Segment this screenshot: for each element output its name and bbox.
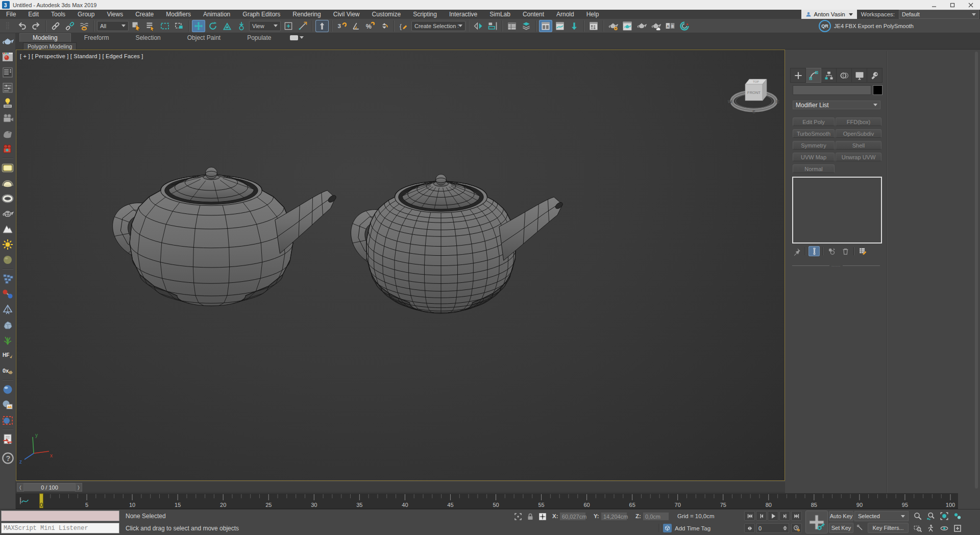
show-end-result-button[interactable]: [808, 246, 820, 256]
maximize-button[interactable]: [943, 0, 962, 10]
polygon-modeling-panel-button[interactable]: Polygon Modeling: [23, 42, 77, 50]
select-and-scale-button[interactable]: [220, 20, 234, 32]
maxscript-mini-listener-field[interactable]: MAXScript Mini Listener: [1, 523, 119, 533]
render-in-cloud-button[interactable]: [649, 20, 663, 32]
toggle-scene-explorer-button[interactable]: [520, 20, 533, 32]
modifier-button-unwrap-uvw[interactable]: Unwrap UVW: [836, 153, 881, 161]
ribbon-config-button[interactable]: [285, 33, 309, 42]
selection-set-keying-dropdown[interactable]: Selected: [854, 511, 909, 521]
unlink-selection-button[interactable]: [63, 20, 77, 32]
time-slider-display[interactable]: 0 / 100: [24, 483, 75, 492]
menu-edit[interactable]: Edit: [22, 10, 45, 19]
menu-create[interactable]: Create: [129, 10, 160, 19]
select-object-button[interactable]: [130, 20, 143, 32]
rectangular-selection-region-button[interactable]: [158, 20, 172, 32]
time-configuration-button[interactable]: [791, 523, 802, 533]
minimize-button[interactable]: [925, 0, 943, 10]
render-flyout-button[interactable]: [678, 20, 691, 32]
command-tab-modify[interactable]: [806, 68, 821, 83]
rendered-frame-window-button[interactable]: [621, 20, 634, 32]
command-tab-hierarchy[interactable]: [821, 68, 837, 83]
zoom-all-button[interactable]: [925, 510, 937, 522]
menu-views[interactable]: Views: [101, 10, 129, 19]
window-crossing-toggle[interactable]: [173, 20, 186, 32]
x-coordinate-field[interactable]: 60,027cm: [559, 512, 586, 521]
zoom-button[interactable]: [912, 510, 924, 522]
menu-tools[interactable]: Tools: [45, 10, 71, 19]
viewport-label[interactable]: [ + ] [ Perspective ] [ Standard ] [ Edg…: [20, 53, 143, 59]
menu-help[interactable]: Help: [580, 10, 605, 19]
previous-frame-button[interactable]: [756, 511, 767, 521]
named-selection-sets-dropdown[interactable]: Create Selection Se: [411, 21, 465, 31]
rollout-splitter[interactable]: ......: [792, 264, 880, 267]
modifier-button-edit-poly[interactable]: Edit Poly: [793, 117, 835, 126]
reference-coordinate-system-dropdown[interactable]: View: [249, 21, 281, 31]
menu-simlab[interactable]: SimLab: [483, 10, 517, 19]
command-tab-display[interactable]: [852, 68, 867, 83]
next-frame-button[interactable]: [779, 511, 790, 521]
default-in-out-tangents-button[interactable]: [854, 523, 866, 532]
modifier-list-dropdown[interactable]: Modifier List: [793, 101, 880, 109]
configure-modifier-sets-button[interactable]: [857, 246, 868, 256]
menu-content[interactable]: Content: [517, 10, 550, 19]
render-compare-button[interactable]: AB: [664, 20, 677, 32]
ribbon-tab-freeform[interactable]: Freeform: [71, 33, 122, 42]
selection-filter-dropdown[interactable]: All: [97, 21, 129, 31]
time-slider-handle[interactable]: 〈 0 / 100 〉: [17, 483, 82, 492]
current-frame-field[interactable]: 0: [756, 523, 789, 533]
qr-plugin-icon[interactable]: QR: [819, 20, 831, 32]
teapot-low-poly[interactable]: [113, 167, 337, 306]
undo-button[interactable]: [15, 20, 29, 32]
menu-arnold[interactable]: Arnold: [550, 10, 580, 19]
workspace-dropdown[interactable]: Default: [899, 10, 979, 19]
add-time-tag-label[interactable]: Add Time Tag: [675, 525, 710, 531]
pin-stack-button[interactable]: [791, 246, 802, 256]
material-editor-button[interactable]: [587, 20, 600, 32]
menu-modifiers[interactable]: Modifiers: [160, 10, 197, 19]
user-account-button[interactable]: Anton Vasin: [801, 10, 857, 19]
select-and-manipulate-button[interactable]: [296, 20, 309, 32]
object-color-swatch[interactable]: [873, 85, 883, 95]
teapot-render-button[interactable]: [1, 35, 15, 48]
redo-button[interactable]: [30, 20, 43, 32]
zoom-extents-all-button[interactable]: [951, 510, 964, 522]
orbit-button[interactable]: [938, 523, 950, 534]
key-array-button[interactable]: [1, 272, 15, 285]
toggle-ribbon-button[interactable]: [539, 20, 552, 32]
schematic-view-button[interactable]: [568, 20, 581, 32]
add-time-tag-button[interactable]: [663, 524, 672, 532]
menu-graph-editors[interactable]: Graph Editors: [236, 10, 286, 19]
film-camera-button[interactable]: [1, 111, 15, 125]
glow-ring-button[interactable]: [1, 191, 15, 205]
modifier-button-turbosmooth[interactable]: TurboSmooth: [793, 129, 835, 138]
ribbon-tab-object-paint[interactable]: Object Paint: [174, 33, 234, 42]
dumbbell-button[interactable]: [1, 287, 15, 301]
sphere-selection-button[interactable]: [1, 413, 15, 427]
selection-lock-toggle[interactable]: [526, 512, 536, 521]
edit-named-selection-sets-button[interactable]: {: [397, 20, 410, 32]
render-setup-button[interactable]: [606, 20, 620, 32]
select-and-link-button[interactable]: [49, 20, 62, 32]
render-production-button[interactable]: [635, 20, 648, 32]
command-tab-utilities[interactable]: [867, 68, 883, 83]
modifier-button-shell[interactable]: Shell: [836, 141, 881, 150]
panel-scrollbar[interactable]: [975, 52, 978, 489]
open-mini-curve-editor-button[interactable]: [19, 495, 30, 506]
slider-panel-button[interactable]: [1, 81, 15, 94]
zoom-region-button[interactable]: [912, 523, 924, 534]
teapot-high-poly[interactable]: [351, 174, 564, 313]
keyboard-shortcut-override-toggle[interactable]: [315, 20, 329, 32]
previous-frame-arrow-button[interactable]: 〈: [17, 483, 24, 492]
key-mode-toggle[interactable]: [744, 523, 755, 533]
hair-fur-button[interactable]: HF: [1, 348, 15, 362]
sphere-photo-button[interactable]: [1, 398, 15, 411]
modifier-stack-list[interactable]: [792, 177, 882, 244]
spinner-snap-toggle[interactable]: [378, 20, 391, 32]
menu-civil-view[interactable]: Civil View: [327, 10, 366, 19]
sun-button[interactable]: [1, 237, 15, 251]
select-and-place-button[interactable]: [235, 20, 248, 32]
menu-scripting[interactable]: Scripting: [407, 10, 443, 19]
track-bar[interactable]: 0510152025303540455055606570758085909510…: [16, 493, 958, 509]
curve-editor-button[interactable]: [553, 20, 567, 32]
select-and-move-button[interactable]: [192, 20, 205, 32]
